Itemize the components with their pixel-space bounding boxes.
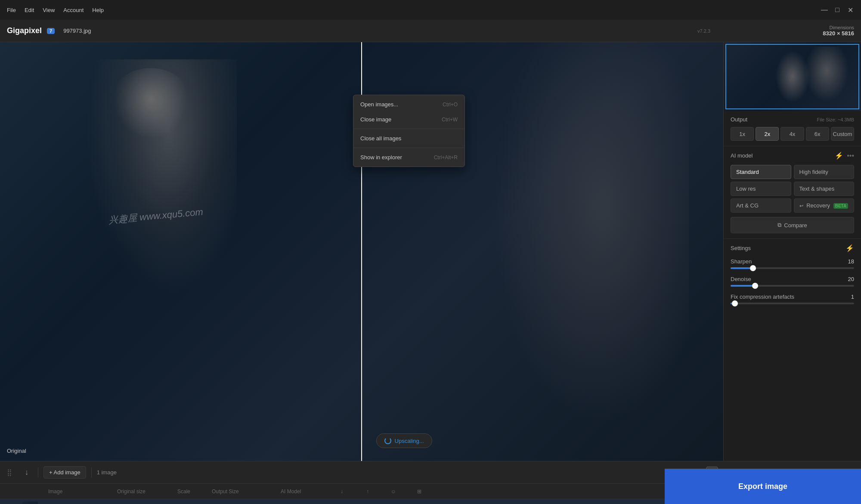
sharpen-slider-row: Sharpen 18 <box>731 258 854 269</box>
sharpen-label-row: Sharpen 18 <box>731 258 854 265</box>
th-face: ☺ <box>381 489 406 495</box>
toolbar-separator-2 <box>91 467 92 478</box>
sharpen-track[interactable] <box>731 267 854 269</box>
add-image-button[interactable]: + Add image <box>43 466 86 479</box>
th-output-size: Output Size <box>208 489 277 495</box>
model-highfidelity-button[interactable]: High fidelity <box>794 165 855 179</box>
maximize-button[interactable]: □ <box>833 6 841 14</box>
ai-model-title: AI model <box>731 152 753 159</box>
denoise-fill <box>731 285 755 287</box>
scale-4x-button[interactable]: 4x <box>780 127 804 141</box>
scale-6x-button[interactable]: 6x <box>806 127 829 141</box>
model-standard-button[interactable]: Standard <box>731 165 791 179</box>
upscaling-indicator: Upscaling... <box>376 433 432 448</box>
download-icon[interactable]: ↓ <box>21 467 33 479</box>
menu-bar: File Edit View Account Help <box>7 7 104 13</box>
th-original-size: Original size <box>114 489 174 495</box>
ai-model-section: AI model ⚡ ••• Standard High fidelity Lo… <box>724 146 861 239</box>
recovery-icon: ↩ <box>799 203 803 208</box>
scale-1x-button[interactable]: 1x <box>731 127 754 141</box>
th-name: Image <box>45 489 114 495</box>
compression-slider-row: Fix compression artefacts 1 <box>731 294 854 304</box>
sharpen-thumb[interactable] <box>750 265 756 271</box>
minimize-button[interactable]: — <box>821 6 828 14</box>
image-count: 1 image <box>97 469 117 476</box>
denoise-thumb[interactable] <box>752 283 758 289</box>
right-panel: Output File Size: ~4.3MB 1x 2x 4x 6x Cus… <box>723 42 861 461</box>
compression-label-row: Fix compression artefacts 1 <box>731 294 854 300</box>
dimensions-info: Dimensions 8320 × 5816 <box>823 25 854 37</box>
th-sharpen: ↑ <box>355 489 381 495</box>
more-options-icon[interactable]: ••• <box>847 152 854 160</box>
compare-button[interactable]: ⧉ Compare <box>731 217 854 233</box>
context-menu: Open images... Ctrl+O Close image Ctrl+W… <box>353 95 465 167</box>
denoise-label-row: Denoise 20 <box>731 276 854 282</box>
file-size-label: File Size: ~4.3MB <box>817 117 854 122</box>
menu-help[interactable]: Help <box>92 7 104 13</box>
th-scale: Scale <box>174 489 208 495</box>
ctx-close-image-label: Close image <box>360 116 391 123</box>
thumbnail-image <box>724 42 861 111</box>
denoise-slider-row: Denoise 20 <box>731 276 854 287</box>
window-controls: — □ ✕ <box>821 6 854 14</box>
sharpen-label: Sharpen <box>731 258 752 265</box>
upscaling-spinner <box>384 437 391 444</box>
close-button[interactable]: ✕ <box>846 6 854 14</box>
ctx-close-all-label: Close all images <box>360 135 401 142</box>
scale-2x-button[interactable]: 2x <box>756 127 779 141</box>
ctx-close-image[interactable]: Close image Ctrl+W <box>353 112 465 127</box>
menu-file[interactable]: File <box>7 7 16 13</box>
output-title: Output <box>731 116 747 123</box>
lightning-icon[interactable]: ⚡ <box>835 152 843 160</box>
ctx-open-images-label: Open images... <box>360 101 398 108</box>
compression-value: 1 <box>851 294 854 300</box>
model-lowres-button[interactable]: Low res <box>731 182 791 196</box>
toolbar-separator-1 <box>38 467 38 478</box>
thumbnail-area <box>724 42 861 111</box>
compare-icon: ⧉ <box>777 222 781 229</box>
scale-custom-button[interactable]: Custom <box>831 127 854 141</box>
ctx-show-explorer[interactable]: Show in explorer Ctrl+Alt+R <box>353 150 465 165</box>
export-button[interactable]: Export image <box>665 469 861 504</box>
file-name: 997973.jpg <box>63 28 91 34</box>
model-grid: Standard High fidelity Low res Text & sh… <box>731 165 854 213</box>
upscaling-text: Upscaling... <box>395 438 424 444</box>
ctx-separator-1 <box>353 129 465 129</box>
th-ai-model: AI Model <box>277 489 329 495</box>
menu-edit[interactable]: Edit <box>25 7 34 13</box>
settings-lightning-icon[interactable]: ⚡ <box>846 244 854 252</box>
model-recovery-button[interactable]: ↩ Recovery BETA <box>794 198 855 213</box>
app-version: v7.2.3 <box>697 28 710 34</box>
model-artcg-button[interactable]: Art & CG <box>731 198 791 213</box>
ai-model-header: AI model ⚡ ••• <box>731 152 854 160</box>
original-label: Original <box>7 448 26 454</box>
appbar: Gigapixel 7 997973.jpg v7.2.3 Dimensions… <box>0 20 861 42</box>
figure-background <box>474 42 689 461</box>
model-textshapes-button[interactable]: Text & shapes <box>794 182 855 196</box>
sharpen-value: 18 <box>848 258 854 265</box>
app-badge: 7 <box>47 28 55 34</box>
output-header: Output File Size: ~4.3MB <box>731 116 854 123</box>
ai-header-icons: ⚡ ••• <box>835 152 854 160</box>
row-thumbnail <box>19 501 45 504</box>
ctx-separator-2 <box>353 148 465 148</box>
menu-account[interactable]: Account <box>63 7 84 13</box>
scale-buttons: 1x 2x 4x 6x Custom <box>731 127 854 141</box>
th-denoise: ↓ <box>329 489 355 495</box>
ctx-open-images[interactable]: Open images... Ctrl+O <box>353 97 465 112</box>
app-logo: Gigapixel <box>7 26 42 35</box>
denoise-value: 20 <box>848 276 854 282</box>
settings-title: Settings <box>731 245 751 251</box>
compression-label: Fix compression artefacts <box>731 294 794 300</box>
denoise-label: Denoise <box>731 276 751 282</box>
compression-thumb[interactable] <box>732 300 738 306</box>
ctx-close-all[interactable]: Close all images <box>353 131 465 146</box>
menu-view[interactable]: View <box>43 7 55 13</box>
beta-badge: BETA <box>833 203 848 209</box>
row-thumb-image <box>22 501 38 504</box>
drag-handle-icon[interactable]: ⣿ <box>7 468 12 476</box>
ctx-close-image-shortcut: Ctrl+W <box>442 117 458 123</box>
ctx-show-explorer-shortcut: Ctrl+Alt+R <box>434 155 458 161</box>
denoise-track[interactable] <box>731 285 854 287</box>
compression-track[interactable] <box>731 303 854 304</box>
